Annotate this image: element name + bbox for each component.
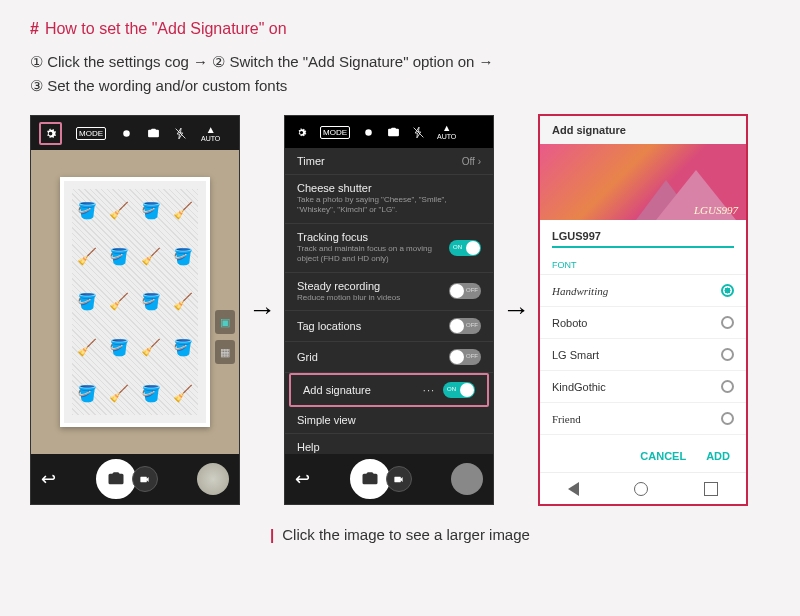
switch-camera-icon[interactable] [147,127,160,140]
setting-timer[interactable]: Timer Off › [285,148,493,175]
radio-icon[interactable] [721,412,734,425]
shutter-group [96,459,158,499]
setting-tracking-focus[interactable]: Tracking focus Track and maintain focus … [285,224,493,273]
camera-bottombar: ↩ [285,454,493,504]
more-icon[interactable]: ··· [423,384,435,396]
camera-topbar: MODE ▲ AUTO [31,116,239,150]
footer-text: Click the image to see a larger image [282,526,530,543]
toggle-tag-locations[interactable]: OFF [449,318,481,334]
add-signature-screenshot[interactable]: Add signature LGUS997 FONT Handwriting R… [538,114,748,506]
record-button[interactable] [132,466,158,492]
nav-recent-icon[interactable] [704,482,718,496]
mode-button[interactable]: MODE [76,127,106,140]
signature-preview: LGUS997 [540,144,746,220]
add-button[interactable]: ADD [706,450,730,462]
signature-input[interactable] [552,226,734,248]
steps-line2: ③ Set the wording and/or custom fonts [30,74,770,98]
footer-note: | Click the image to see a larger image [30,526,770,543]
font-option-kindgothic[interactable]: KindGothic [540,371,746,403]
auto-button[interactable]: ▲ AUTO [201,125,220,142]
setting-tag-locations[interactable]: Tag locations OFF [285,311,493,342]
steps-line1: ① Click the settings cog → ② Switch the … [30,50,770,74]
radio-selected-icon[interactable] [721,284,734,297]
setting-cheese-shutter[interactable]: Cheese shutter Take a photo by saying "C… [285,175,493,224]
flash-off-icon[interactable] [412,126,425,139]
switch-camera-icon[interactable] [387,126,400,139]
font-option-friend[interactable]: Friend [540,403,746,435]
settings-list[interactable]: Timer Off › Cheese shutter Take a photo … [285,148,493,456]
gear-icon[interactable] [43,126,58,141]
font-section-label: FONT [540,250,746,275]
font-option-handwriting[interactable]: Handwriting [540,275,746,307]
gallery-thumbnail[interactable] [197,463,229,495]
wide-angle-button[interactable]: ▣ [215,310,235,334]
filter-icon[interactable] [120,127,133,140]
svg-point-0 [123,130,130,137]
nav-home-icon[interactable] [634,482,648,496]
auto-button[interactable]: ▲AUTO [437,124,456,140]
font-option-lgsmart[interactable]: LG Smart [540,339,746,371]
settings-cog-highlight [39,122,62,145]
camera-viewfinder-screenshot[interactable]: MODE ▲ AUTO 🪣🧹🪣🧹 🧹🪣🧹🪣 🪣🧹🪣🧹 [30,115,240,505]
back-icon[interactable]: ↩ [295,468,310,490]
cancel-button[interactable]: CANCEL [640,450,686,462]
mode-button[interactable]: MODE [320,126,350,139]
record-button[interactable] [386,466,412,492]
steps-text: ① Click the settings cog → ② Switch the … [30,50,770,98]
radio-icon[interactable] [721,380,734,393]
setting-simple-view[interactable]: Simple view [285,407,493,434]
gear-icon[interactable] [295,126,308,139]
arrow-icon: → [248,294,276,326]
heading-marker: # [30,20,39,38]
timer-value: Off › [462,156,481,167]
toggle-tracking-focus[interactable]: ON [449,240,481,256]
toggle-grid[interactable]: OFF [449,349,481,365]
gallery-thumbnail[interactable] [451,463,483,495]
shutter-button[interactable] [96,459,136,499]
radio-icon[interactable] [721,316,734,329]
filter-icon[interactable] [362,126,375,139]
radio-icon[interactable] [721,348,734,361]
flash-off-icon[interactable] [174,127,187,140]
page-heading: # How to set the "Add Signature" on [30,20,770,38]
arrow-icon: → [502,294,530,326]
viewfinder-area[interactable]: 🪣🧹🪣🧹 🧹🪣🧹🪣 🪣🧹🪣🧹 🧹🪣🧹🪣 🪣🧹🪣🧹 ▣ ▦ [31,150,239,454]
back-icon[interactable]: ↩ [41,468,56,490]
setting-help[interactable]: Help [285,434,493,456]
toggle-add-signature[interactable]: ON [443,382,475,398]
setting-steady-recording[interactable]: Steady recording Reduce motion blur in v… [285,273,493,311]
setting-grid[interactable]: Grid OFF [285,342,493,373]
settings-topbar: MODE ▲AUTO [285,116,493,148]
svg-point-1 [365,129,372,136]
footer-marker: | [270,526,274,543]
photo-subject: 🪣🧹🪣🧹 🧹🪣🧹🪣 🪣🧹🪣🧹 🧹🪣🧹🪣 🪣🧹🪣🧹 [60,177,210,427]
setting-add-signature[interactable]: Add signature ··· ON [289,373,489,407]
screenshots-row: MODE ▲ AUTO 🪣🧹🪣🧹 🧹🪣🧹🪣 🪣🧹🪣🧹 [30,114,770,506]
shutter-button[interactable] [350,459,390,499]
dialog-actions: CANCEL ADD [540,440,746,472]
heading-text: How to set the "Add Signature" on [45,20,287,38]
camera-bottombar: ↩ [31,454,239,504]
nav-back-icon[interactable] [568,482,579,496]
add-signature-title: Add signature [540,116,746,144]
camera-settings-screenshot[interactable]: MODE ▲AUTO Timer Off › Cheese shutter Ta… [284,115,494,505]
standard-angle-button[interactable]: ▦ [215,340,235,364]
android-navbar [540,472,746,504]
toggle-steady-recording[interactable]: OFF [449,283,481,299]
font-option-roboto[interactable]: Roboto [540,307,746,339]
font-list: Handwriting Roboto LG Smart KindGothic F… [540,275,746,440]
signature-preview-text: LGUS997 [694,204,738,216]
